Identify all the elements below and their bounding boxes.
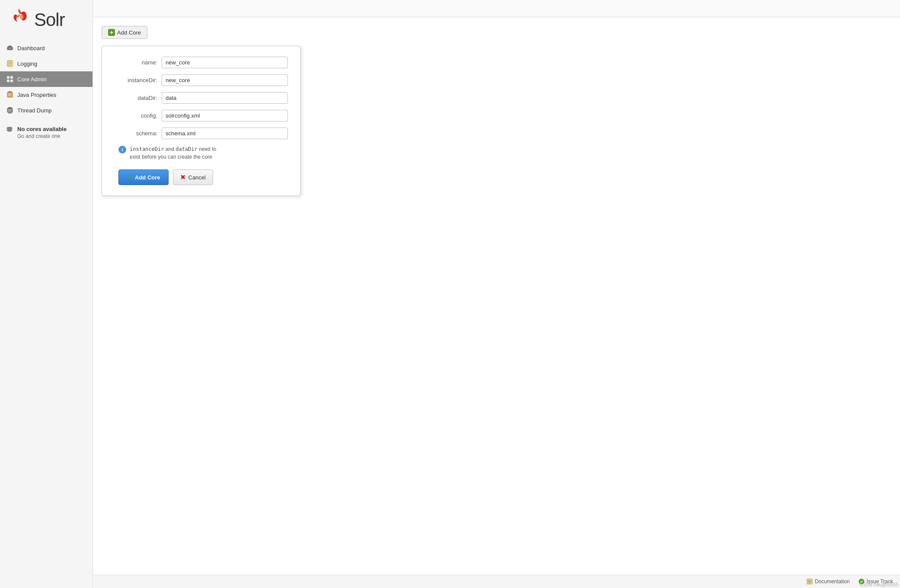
config-label: config:	[114, 112, 162, 119]
sidebar-item-logging[interactable]: Logging	[0, 56, 93, 71]
svg-rect-7	[10, 76, 13, 79]
svg-rect-8	[7, 80, 10, 82]
documentation-icon	[807, 578, 813, 585]
instancedir-row: instanceDir:	[114, 74, 288, 86]
info-row: i instanceDir and dataDir need toexist b…	[114, 145, 288, 161]
sidebar-item-dashboard[interactable]: Dashboard	[0, 40, 93, 56]
cancel-button[interactable]: ✖ Cancel	[173, 169, 213, 185]
name-row: name:	[114, 57, 288, 68]
sidebar-item-java-properties-label: Java Properties	[17, 92, 56, 98]
svg-rect-9	[10, 80, 13, 82]
sidebar-item-java-properties[interactable]: Java Properties	[0, 87, 93, 102]
no-cores-text-area: No cores available Go and create one	[17, 126, 67, 139]
svg-rect-16	[9, 112, 10, 114]
instancedir-label: instanceDir:	[114, 77, 162, 83]
svg-rect-14	[7, 108, 13, 112]
sidebar-item-core-admin-label: Core Admin	[17, 76, 47, 83]
java-properties-icon	[6, 91, 14, 99]
sidebar-item-dashboard-label: Dashboard	[17, 45, 45, 51]
svg-point-1	[9, 48, 11, 49]
schema-label: schema:	[114, 130, 162, 137]
add-core-submit-label: Add Core	[135, 174, 160, 181]
sidebar-item-thread-dump-label: Thread Dump	[17, 107, 51, 114]
no-cores-subtitle: Go and create one	[17, 133, 67, 139]
info-icon: i	[118, 146, 126, 153]
config-input[interactable]	[162, 110, 288, 121]
documentation-link[interactable]: Documentation	[807, 578, 850, 585]
top-bar	[93, 0, 900, 17]
sidebar-item-core-admin[interactable]: Core Admin	[0, 71, 93, 87]
svg-point-0	[19, 15, 23, 20]
cancel-label: Cancel	[188, 174, 206, 181]
copyright-text: CSDN ©wu@55555	[860, 582, 898, 587]
svg-rect-11	[8, 91, 12, 93]
instancedir-input[interactable]	[162, 74, 288, 86]
svg-rect-10	[7, 92, 13, 97]
form-actions: ✔ Add Core ✖ Cancel	[114, 169, 288, 185]
nav-list: Dashboard Logging Core Admin Java Proper…	[0, 40, 93, 118]
svg-rect-6	[7, 76, 10, 79]
thread-dump-icon	[6, 106, 14, 114]
footer: Documentation Issue Track	[93, 575, 900, 588]
svg-rect-17	[10, 112, 11, 114]
logging-icon	[6, 60, 14, 67]
info-text: instanceDir and dataDir need toexist bef…	[130, 145, 216, 161]
name-label: name:	[114, 59, 162, 66]
sidebar: Solr Dashboard Logging Core Admin	[0, 0, 93, 588]
datadir-input[interactable]	[162, 92, 288, 104]
documentation-label: Documentation	[815, 578, 850, 585]
datadir-row: dataDir:	[114, 92, 288, 104]
checkmark-icon: ✔	[127, 173, 132, 181]
schema-input[interactable]	[162, 128, 288, 139]
core-admin-icon	[6, 75, 14, 83]
no-cores-icon	[6, 126, 14, 134]
solr-brand-text: Solr	[34, 10, 65, 30]
solr-logo	[7, 8, 31, 32]
main-content: + Add Core name: instanceDir: dataDir:	[93, 0, 900, 588]
datadir-label: dataDir:	[114, 95, 162, 101]
plus-icon: +	[108, 29, 115, 36]
schema-row: schema:	[114, 128, 288, 139]
add-core-top-button[interactable]: + Add Core	[102, 26, 147, 39]
add-core-form-panel: name: instanceDir: dataDir: config: sche…	[102, 46, 300, 196]
no-cores-title: No cores available	[17, 126, 67, 132]
config-row: config:	[114, 110, 288, 121]
sidebar-item-logging-label: Logging	[17, 61, 37, 67]
name-input[interactable]	[162, 57, 288, 68]
svg-rect-15	[8, 107, 12, 109]
content-area: + Add Core name: instanceDir: dataDir:	[93, 17, 900, 588]
dashboard-icon	[6, 44, 14, 52]
sidebar-item-thread-dump[interactable]: Thread Dump	[0, 102, 93, 118]
add-core-top-button-label: Add Core	[117, 29, 141, 36]
logo-area: Solr	[0, 0, 93, 40]
no-cores-section: No cores available Go and create one	[0, 120, 93, 139]
x-icon: ✖	[180, 173, 186, 181]
add-core-submit-button[interactable]: ✔ Add Core	[118, 169, 169, 185]
